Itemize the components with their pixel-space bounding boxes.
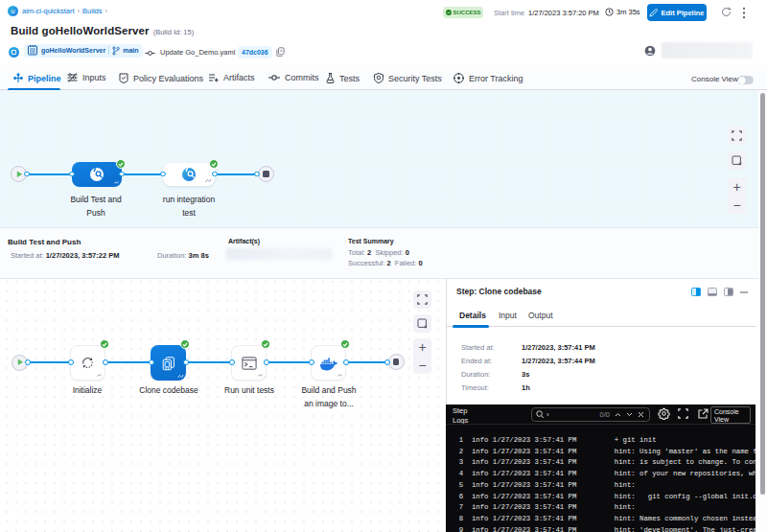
svg-text:u: u xyxy=(12,8,15,14)
